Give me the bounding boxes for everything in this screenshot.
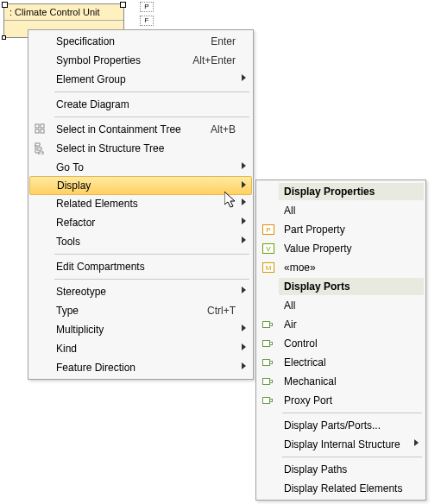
submenu-item-electrical[interactable]: Electrical	[258, 353, 424, 372]
menu-item-create-diagram[interactable]: Create Diagram	[30, 95, 251, 114]
submenu-arrow-icon	[242, 181, 246, 188]
svg-rect-6	[39, 152, 43, 154]
containment-tree-icon	[30, 123, 51, 135]
svg-rect-17	[263, 360, 270, 366]
menu-item-related-elements[interactable]: Related Elements	[30, 194, 251, 213]
menu-separator	[54, 279, 249, 280]
moe-icon: M	[258, 262, 279, 273]
submenu-arrow-icon	[242, 287, 246, 293]
proxy-port-icon	[258, 395, 279, 406]
submenu-item-mechanical[interactable]: Mechanical	[258, 372, 424, 391]
submenu-arrow-icon	[242, 343, 246, 350]
svg-rect-19	[263, 379, 270, 385]
part-property-icon: P	[258, 224, 279, 235]
menu-item-type[interactable]: Type Ctrl+T	[30, 301, 251, 320]
submenu-item-all-properties[interactable]: All	[258, 201, 424, 220]
svg-rect-20	[270, 381, 273, 383]
menu-separator	[282, 413, 422, 413]
svg-rect-3	[41, 129, 44, 133]
menu-item-kind[interactable]: Kind	[30, 339, 251, 358]
menu-item-display[interactable]: Display	[29, 176, 252, 195]
menu-item-multiplicity[interactable]: Multiplicity	[30, 320, 251, 339]
svg-rect-1	[41, 124, 44, 128]
submenu-item-all-ports[interactable]: All	[258, 296, 424, 315]
svg-text:M: M	[266, 264, 272, 272]
menu-item-specification[interactable]: Specification Enter	[30, 32, 251, 51]
submenu-item-part-property[interactable]: P Part Property	[258, 220, 424, 239]
submenu-arrow-icon	[242, 324, 246, 331]
port-icon	[258, 376, 279, 387]
submenu-item-proxy-port[interactable]: Proxy Port	[258, 391, 424, 410]
port-icon: F	[140, 16, 154, 26]
menu-separator	[54, 254, 249, 255]
menu-item-element-group[interactable]: Element Group	[30, 70, 251, 89]
menu-item-stereotype[interactable]: Stereotype	[30, 282, 251, 301]
menu-separator	[54, 91, 249, 92]
svg-rect-13	[263, 322, 270, 328]
submenu-arrow-icon	[242, 162, 246, 169]
submenu-arrow-icon	[242, 362, 246, 369]
svg-rect-5	[37, 148, 41, 150]
svg-rect-16	[270, 343, 273, 345]
svg-rect-2	[35, 129, 39, 133]
menu-item-symbol-properties[interactable]: Symbol Properties Alt+Enter	[30, 51, 251, 70]
submenu-arrow-icon	[242, 74, 246, 81]
submenu-header-display-properties: Display Properties	[258, 182, 424, 201]
svg-rect-0	[35, 124, 39, 128]
menu-item-edit-compartments[interactable]: Edit Compartments	[30, 257, 251, 276]
port-icon	[258, 319, 279, 330]
menu-separator	[282, 457, 422, 457]
svg-text:P: P	[266, 226, 270, 234]
value-property-icon: V	[258, 243, 279, 254]
svg-rect-18	[270, 362, 273, 364]
diagram-part-label: : Climate Control Unit	[4, 4, 123, 21]
menu-item-refactor[interactable]: Refactor	[30, 213, 251, 232]
submenu-item-value-property[interactable]: V Value Property	[258, 239, 424, 258]
submenu-item-display-internal-structure[interactable]: Display Internal Structure	[258, 435, 424, 454]
svg-rect-21	[263, 398, 270, 404]
menu-separator	[54, 117, 249, 117]
submenu-arrow-icon	[242, 236, 246, 243]
submenu-item-display-parts-ports[interactable]: Display Parts/Ports...	[258, 416, 424, 435]
display-submenu: Display Properties All P Part Property V…	[255, 180, 426, 501]
menu-item-select-in-containment-tree[interactable]: Select in Containment Tree Alt+B	[30, 120, 251, 139]
port-icon	[258, 357, 279, 368]
submenu-item-display-paths[interactable]: Display Paths	[258, 460, 424, 479]
svg-rect-15	[263, 341, 270, 347]
menu-item-select-in-structure-tree[interactable]: Select in Structure Tree	[30, 139, 251, 158]
menu-item-tools[interactable]: Tools	[30, 232, 251, 251]
menu-item-go-to[interactable]: Go To	[30, 158, 251, 177]
svg-rect-22	[270, 400, 273, 402]
port-icon: P	[140, 2, 154, 12]
submenu-item-control[interactable]: Control	[258, 334, 424, 353]
port-icon	[258, 338, 279, 349]
submenu-header-display-ports: Display Ports	[258, 277, 424, 296]
submenu-item-moe[interactable]: M «moe»	[258, 258, 424, 277]
svg-rect-4	[35, 143, 40, 146]
svg-text:V: V	[266, 245, 271, 253]
context-menu: Specification Enter Symbol Properties Al…	[28, 29, 254, 380]
submenu-item-display-related-elements[interactable]: Display Related Elements	[258, 479, 424, 498]
submenu-arrow-icon	[242, 217, 246, 224]
svg-rect-14	[270, 324, 273, 326]
submenu-item-air[interactable]: Air	[258, 315, 424, 334]
menu-item-feature-direction[interactable]: Feature Direction	[30, 358, 251, 377]
structure-tree-icon	[30, 142, 51, 154]
submenu-arrow-icon	[414, 439, 419, 446]
submenu-arrow-icon	[242, 198, 246, 205]
